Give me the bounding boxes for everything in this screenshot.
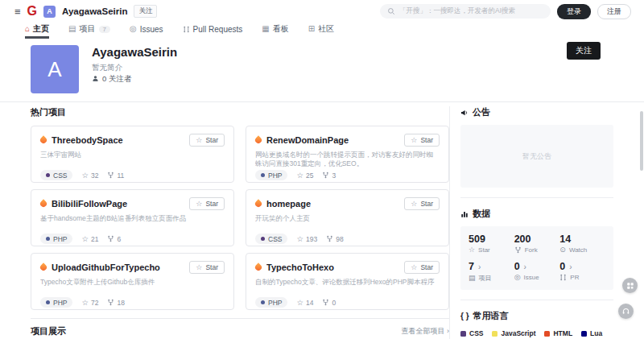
search-icon (387, 4, 395, 19)
language-dot (261, 237, 265, 241)
qr-code-icon (626, 279, 634, 293)
star-icon: ☆ (81, 172, 89, 180)
fork-count: 18 (107, 299, 124, 307)
star-count: ☆32 (81, 172, 98, 180)
gitee-profile-page: ≡ G A AyagawaSeirin 关注 「开搜」：一搜即达，开发者的AI搜… (0, 0, 644, 339)
language-swatch (460, 331, 466, 337)
customer-service-button[interactable] (618, 304, 634, 319)
project-name[interactable]: RenewDomainPage (266, 135, 399, 145)
issue-icon: ◎ (514, 274, 521, 281)
language-swatch (544, 331, 550, 337)
user-avatar-small[interactable]: A (43, 6, 56, 18)
star-icon: ☆ (296, 299, 303, 307)
star-count: ☆193 (296, 235, 317, 243)
star-icon: ☆ (411, 264, 417, 271)
tab-label: 主页 (33, 23, 49, 35)
project-name[interactable]: TypechoToHexo (266, 263, 399, 272)
fork-icon (326, 235, 333, 242)
star-icon: ☆ (469, 246, 475, 254)
stats-title: 数据 (460, 208, 613, 220)
user-avatar-large[interactable]: A (31, 45, 79, 93)
stat-projects[interactable]: 7› ▤项目 (469, 261, 514, 283)
star-button[interactable]: ☆Star (404, 134, 440, 147)
fork-icon (107, 172, 114, 179)
register-button[interactable]: 注册 (597, 4, 631, 19)
tab-pull-requests[interactable]: Pull Requests (183, 23, 243, 39)
star-icon: ☆ (196, 137, 202, 144)
issue-icon: ◎ (130, 25, 137, 33)
language-dot (46, 237, 50, 241)
tab-label: Issues (140, 25, 163, 34)
app-download-button[interactable] (622, 278, 638, 293)
search-input[interactable]: 「开搜」：一搜即达，开发者的AI搜索 (380, 4, 551, 19)
project-name[interactable]: UploadGithubForTypecho (52, 263, 184, 272)
language-swatch (581, 331, 587, 337)
project-description: 自制的Typecho文章、评论数据迁移到Hexo的PHP脚本程序 (255, 278, 440, 295)
star-button[interactable]: ☆Star (404, 197, 440, 210)
popular-projects-grid: ThreebodySpace ☆Star 三体宇宙网站 CSS ☆32 11 R… (31, 126, 449, 310)
flame-icon (39, 199, 47, 208)
project-card[interactable]: ThreebodySpace ☆Star 三体宇宙网站 CSS ☆32 11 (31, 126, 234, 183)
project-card[interactable]: RenewDomainPage ☆Star 网站更换域名时的一个跳转提示页面，对… (246, 126, 449, 183)
username-label[interactable]: AyagawaSeirin (62, 6, 127, 16)
star-icon: ☆ (411, 201, 417, 208)
star-button[interactable]: ☆Star (404, 261, 440, 274)
showcase-header: 项目展示 查看全部项目 › (31, 325, 449, 337)
showcase-title: 项目展示 (31, 325, 66, 337)
language-badge: PHP (255, 297, 287, 308)
stat-star: 509 ☆Star (469, 234, 514, 254)
fork-count: 98 (326, 235, 343, 243)
project-card[interactable]: TypechoToHexo ☆Star 自制的Typecho文章、评论数据迁移到… (246, 253, 449, 310)
project-name[interactable]: BilibiliFollowPage (52, 199, 184, 209)
community-icon: ⊞ (308, 25, 315, 33)
sidebar-divider (460, 300, 613, 300)
star-icon: ☆ (411, 137, 417, 144)
flame-icon (254, 263, 262, 271)
scrollbar-thumb[interactable] (640, 111, 643, 171)
announcement-box: 暂无公告 (460, 125, 613, 188)
stat-prs[interactable]: 0› PR (559, 261, 605, 283)
tab-projects[interactable]: ▤ 项目 7 (68, 23, 110, 39)
tab-community[interactable]: ⊞ 社区 (308, 23, 334, 39)
project-card[interactable]: UploadGithubForTypecho ☆Star Typecho文章附件… (31, 253, 234, 310)
project-card[interactable]: BilibiliFollowPage ☆Star 基于handsome主题的B站… (31, 189, 234, 246)
announcement-title: 公告 (460, 106, 613, 118)
profile-tab-bar: ⌂ 主页 ▤ 项目 7 ◎ Issues Pull Requests ▦ 看板 … (0, 23, 644, 39)
star-icon: ☆ (296, 235, 303, 243)
star-button[interactable]: ☆Star (189, 134, 225, 147)
menu-icon[interactable]: ≡ (14, 6, 21, 18)
login-button[interactable]: 登录 (557, 4, 591, 19)
project-card[interactable]: homepage ☆Star 开玩笑的个人主页 CSS ☆193 98 (246, 189, 449, 246)
follow-tag[interactable]: 关注 (134, 5, 157, 18)
stats-grid: 509 ☆Star 200 Fork 14 ⊙Watch 7› ▤项目 0› ◎… (460, 226, 613, 290)
flame-icon (254, 135, 262, 144)
view-all-projects-link[interactable]: 查看全部项目 › (402, 326, 450, 337)
sidebar-divider (460, 197, 613, 198)
project-name[interactable]: homepage (266, 199, 399, 209)
fork-icon (514, 246, 522, 254)
profile-banner: A AyagawaSeirin 暂无简介 0 关注者 关注 (0, 39, 644, 102)
language-badge: PHP (255, 170, 287, 180)
tab-home[interactable]: ⌂ 主页 (25, 23, 49, 39)
tab-board[interactable]: ▦ 看板 (262, 23, 288, 39)
flame-icon (39, 135, 47, 144)
star-button[interactable]: ☆Star (189, 197, 225, 210)
pull-request-icon (183, 26, 190, 33)
chart-icon (460, 210, 469, 218)
languages-title: { } 常用语言 (460, 310, 613, 322)
flame-icon (39, 263, 47, 271)
followers-count[interactable]: 0 关注者 (92, 74, 131, 85)
projects-count-badge: 7 (99, 26, 110, 33)
project-name[interactable]: ThreebodySpace (52, 135, 184, 145)
star-icon: ☆ (81, 299, 89, 307)
gitee-logo[interactable]: G (27, 5, 37, 18)
headset-icon (621, 304, 630, 319)
follow-button[interactable]: 关注 (567, 42, 601, 60)
main-content: 热门项目 ThreebodySpace ☆Star 三体宇宙网站 CSS ☆32… (31, 106, 449, 339)
language-dot (261, 173, 265, 177)
star-button[interactable]: ☆Star (189, 261, 225, 274)
profile-sidebar: 公告 暂无公告 数据 509 ☆Star 200 Fork 14 ⊙Watch (449, 106, 613, 339)
tab-issues[interactable]: ◎ Issues (130, 23, 163, 39)
stat-issues[interactable]: 0› ◎Issue (514, 261, 560, 283)
tab-label: 社区 (318, 23, 334, 35)
